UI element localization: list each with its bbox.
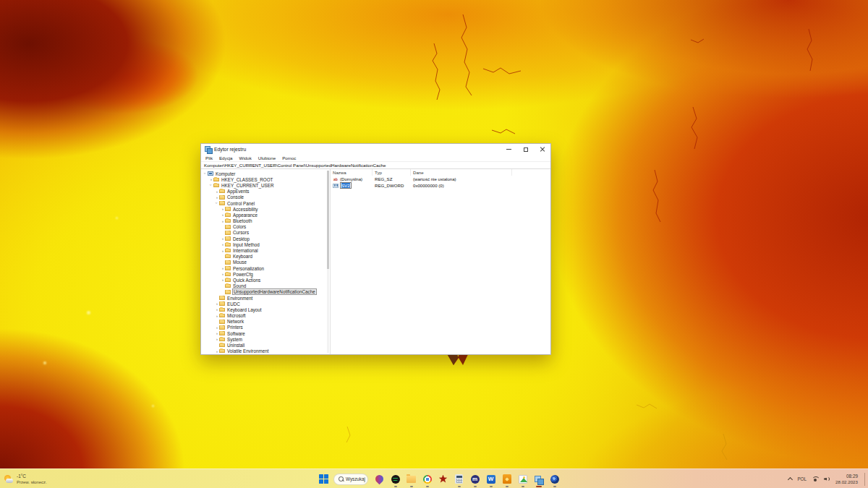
tree-node-microsoft[interactable]: ›Microsoft	[201, 313, 330, 319]
folder-icon	[225, 260, 231, 265]
column-header-typ[interactable]: Typ	[373, 169, 411, 176]
tree-node-network[interactable]: Network	[201, 319, 330, 325]
registry-app-icon	[205, 146, 211, 153]
tree-node-keyboard[interactable]: Keyboard	[201, 254, 330, 260]
tree-node-control-panel[interactable]: ›Control Panel	[201, 200, 330, 206]
column-header-dane[interactable]: Dane	[411, 169, 512, 176]
tree-node-hkey-current-user[interactable]: ›HKEY_CURRENT_USER	[201, 182, 330, 188]
tree-node-desktop[interactable]: ›Desktop	[201, 236, 330, 241]
tree-node-label: AppEvents	[226, 189, 250, 194]
start-button[interactable]	[318, 474, 329, 484]
tree-node-appevents[interactable]: ›AppEvents	[201, 189, 330, 194]
registry-values-pane[interactable]: NazwaTypDane ab(Domyślna)REG_SZ(wartość …	[331, 169, 550, 354]
taskbar-icon-blue-app[interactable]	[549, 474, 560, 484]
weather-widget[interactable]: -1°C Przew. słonecz.	[4, 471, 47, 487]
tree-node-label: International	[232, 248, 259, 253]
tree-node-komputer[interactable]: ›Komputer	[201, 171, 330, 176]
tree-node-accessibility[interactable]: ›Accessibility	[201, 206, 330, 212]
calculator-icon	[455, 474, 463, 484]
folder-icon	[225, 207, 231, 211]
tree-node-powercfg[interactable]: ›PowerCfg	[201, 271, 330, 277]
tree-node-label: Control Panel	[226, 201, 255, 206]
taskbar-icon-file-explorer[interactable]	[406, 474, 417, 484]
tree-node-label: Colors	[232, 224, 247, 229]
taskbar-icon-orange-app[interactable]	[501, 474, 512, 484]
tree-node-international[interactable]: ›International	[201, 247, 330, 253]
column-header-filler	[512, 169, 550, 176]
taskbar-icon-word[interactable]: W	[485, 474, 496, 484]
menu-plik[interactable]: Plik	[205, 155, 213, 160]
tree-node-unsupportedhardwarenotificationcache[interactable]: UnsupportedHardwareNotificationCache	[201, 289, 330, 295]
address-path: Komputer\HKEY_CURRENT_USER\Control Panel…	[204, 163, 386, 168]
taskbar-icon-calculator[interactable]	[454, 474, 464, 484]
speaker-icon[interactable]	[824, 476, 830, 482]
running-app-indicator	[553, 486, 556, 487]
tree-node-label: Accessibility	[232, 207, 258, 212]
value-row--domy-lna-[interactable]: ab(Domyślna)REG_SZ(wartość nie ustalona)	[331, 176, 550, 182]
tree-node-software[interactable]: ›Software	[201, 330, 330, 336]
tree-node-console[interactable]: ›Console	[201, 194, 330, 200]
tree-node-quick-actions[interactable]: ›Quick Actions	[201, 277, 330, 283]
menu-edycja[interactable]: Edycja	[219, 155, 233, 160]
tree-node-label: Environment	[226, 296, 253, 301]
folder-icon	[225, 231, 231, 235]
taskbar-icon-spotify[interactable]	[390, 474, 401, 484]
clock-time: 08:29	[835, 474, 858, 479]
registry-tree-pane[interactable]: ›Komputer›HKEY_CLASSES_ROOT›HKEY_CURRENT…	[201, 169, 331, 354]
language-indicator[interactable]: POL	[797, 476, 807, 481]
tree-node-mouse[interactable]: Mouse	[201, 260, 330, 265]
menu-bar: PlikEdycjaWidokUlubionePomoc	[201, 155, 550, 161]
value-name-edit-input[interactable]: SV2	[340, 182, 352, 189]
tree-node-appearance[interactable]: ›Appearance	[201, 212, 330, 218]
tray-chevron-up-icon[interactable]	[788, 477, 793, 482]
tree-node-colors[interactable]: Colors	[201, 224, 330, 230]
running-app-indicator	[490, 486, 493, 487]
value-row-sv2[interactable]: SV2REG_DWORD0x00000000 (0)	[331, 182, 550, 189]
taskbar-icon-red-star[interactable]	[438, 474, 448, 484]
address-bar[interactable]: Komputer\HKEY_CURRENT_USER\Control Panel…	[201, 161, 550, 169]
folder-icon	[219, 201, 225, 205]
show-desktop-button[interactable]	[864, 473, 866, 486]
taskbar-icon-image-editor[interactable]	[517, 474, 528, 484]
tree-scrollbar-thumb[interactable]	[327, 171, 329, 269]
taskbar-icon-m-app[interactable]: m	[469, 474, 480, 484]
tree-node-label: Keyboard Layout	[226, 307, 263, 312]
tree-node-printers[interactable]: ›Printers	[201, 325, 330, 330]
clock[interactable]: 08:29 28.02.2023	[835, 474, 858, 485]
folder-icon	[219, 296, 225, 300]
tree-node-cursors[interactable]: Cursors	[201, 230, 330, 236]
minimize-button[interactable]	[501, 144, 517, 155]
search-box[interactable]: Wyszukaj	[333, 474, 368, 485]
selected-text: SV2	[341, 183, 350, 188]
wifi-icon[interactable]	[812, 476, 819, 482]
tree-node-label: System	[226, 337, 243, 342]
tree-node-personalization[interactable]: ›Personalization	[201, 265, 330, 271]
tree-node-volatile-environment[interactable]: ›Volatile Environment	[201, 348, 330, 354]
maximize-button[interactable]	[517, 144, 534, 155]
folder-icon	[213, 178, 219, 182]
close-icon	[540, 147, 545, 153]
tree-scrollbar[interactable]	[327, 171, 329, 353]
tree-node-bluetooth[interactable]: ›Bluetooth	[201, 218, 330, 224]
tree-node-input-method[interactable]: ›Input Method	[201, 241, 330, 247]
close-button[interactable]	[534, 144, 550, 155]
menu-ulubione[interactable]: Ulubione	[258, 155, 276, 160]
menu-widok[interactable]: Widok	[239, 155, 252, 160]
tree-node-environment[interactable]: Environment	[201, 295, 330, 301]
title-bar[interactable]: Edytor rejestru	[201, 144, 550, 155]
tree-node-keyboard-layout[interactable]: ›Keyboard Layout	[201, 307, 330, 312]
tree-node-label: Mouse	[232, 260, 247, 265]
taskbar-icon-registry-editor[interactable]	[533, 474, 544, 484]
tree-node-label: EUDC	[226, 301, 241, 307]
tree-node-hkey-classes-root[interactable]: ›HKEY_CLASSES_ROOT	[201, 176, 330, 182]
tree-node-eudc[interactable]: ›EUDC	[201, 301, 330, 307]
paint-drop-icon	[374, 474, 386, 485]
menu-pomoc[interactable]: Pomoc	[282, 155, 296, 160]
folder-icon	[219, 195, 225, 200]
taskbar-icon-chrome[interactable]	[422, 474, 433, 484]
tree-node-uninstall[interactable]: Uninstall	[201, 342, 330, 348]
red-star-icon	[439, 475, 448, 484]
taskbar-icon-paint-drop[interactable]	[374, 474, 385, 484]
tree-node-system[interactable]: ›System	[201, 336, 330, 342]
column-header-nazwa[interactable]: Nazwa	[331, 169, 373, 176]
